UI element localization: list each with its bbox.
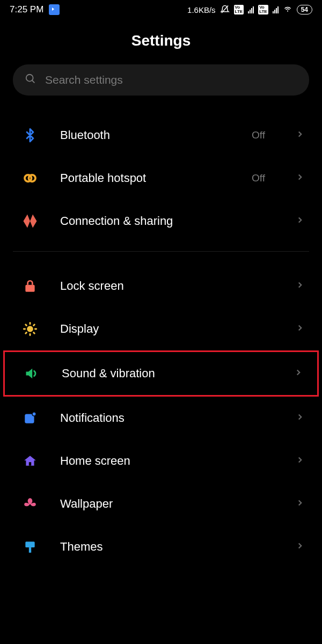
item-label: Portable hotspot [60, 171, 230, 185]
chevron-right-icon [295, 280, 305, 292]
item-label: Connection & sharing [60, 214, 274, 228]
status-right: 1.6KB/s VoLTE VoLTE 54 [187, 5, 312, 14]
lock-icon [21, 277, 39, 295]
status-left: 7:25 PM [10, 4, 60, 15]
search-icon [25, 73, 36, 87]
status-time: 7:25 PM [10, 4, 43, 15]
sound-icon [23, 365, 40, 382]
svg-point-17 [33, 413, 36, 416]
settings-item-connection[interactable]: Connection & sharing [0, 200, 322, 243]
wifi-icon [283, 5, 292, 14]
chevron-right-icon [295, 323, 305, 335]
item-status: Off [252, 129, 265, 141]
settings-item-bluetooth[interactable]: Bluetooth Off [0, 114, 322, 157]
item-label: Themes [60, 540, 274, 554]
brush-icon [21, 538, 39, 555]
bluetooth-icon [21, 127, 39, 144]
item-label: Home screen [60, 454, 274, 468]
data-rate: 1.6KB/s [187, 5, 216, 14]
divider [13, 251, 309, 252]
settings-item-notifications[interactable]: Notifications [0, 397, 322, 440]
svg-rect-5 [25, 285, 34, 292]
mute-icon [220, 5, 230, 14]
search-input[interactable]: Search settings [13, 64, 309, 96]
item-status: Off [252, 172, 265, 184]
svg-line-11 [26, 325, 27, 326]
settings-item-wallpaper[interactable]: Wallpaper [0, 482, 322, 525]
volte-badge-2: VoLTE [258, 5, 268, 14]
signal-icon-1 [248, 6, 254, 13]
settings-list: Bluetooth Off Portable hotspot Off Conne… [0, 114, 322, 568]
chevron-right-icon [295, 129, 305, 141]
chevron-right-icon [294, 368, 303, 379]
flower-icon [21, 495, 39, 513]
item-label: Wallpaper [60, 497, 274, 511]
chevron-right-icon [295, 172, 305, 184]
home-icon [21, 452, 39, 470]
battery-indicator: 54 [297, 5, 312, 14]
svg-point-1 [26, 75, 33, 82]
settings-item-sound[interactable]: Sound & vibration [3, 350, 319, 397]
svg-line-14 [34, 325, 35, 326]
svg-rect-20 [29, 547, 31, 553]
hotspot-icon [21, 170, 39, 187]
chevron-right-icon [295, 412, 305, 424]
sun-icon [21, 320, 39, 338]
settings-item-lockscreen[interactable]: Lock screen [0, 265, 322, 308]
page-title: Settings [0, 19, 322, 64]
chevron-right-icon [295, 498, 305, 510]
notifications-icon [21, 409, 39, 427]
settings-item-display[interactable]: Display [0, 308, 322, 350]
search-placeholder: Search settings [45, 74, 123, 86]
svg-line-13 [26, 333, 27, 334]
item-label: Lock screen [60, 279, 274, 293]
chevron-right-icon [295, 541, 305, 553]
item-label: Sound & vibration [62, 367, 272, 380]
item-label: Display [60, 322, 274, 336]
files-app-icon [49, 4, 60, 15]
svg-rect-19 [25, 541, 34, 547]
volte-badge-1: VoLTE [234, 5, 244, 14]
settings-item-hotspot[interactable]: Portable hotspot Off [0, 157, 322, 200]
settings-item-themes[interactable]: Themes [0, 525, 322, 568]
chevron-right-icon [295, 455, 305, 467]
signal-icon-2 [273, 6, 279, 13]
svg-line-12 [34, 333, 35, 334]
item-label: Bluetooth [60, 128, 230, 142]
chevron-right-icon [295, 215, 305, 227]
settings-item-homescreen[interactable]: Home screen [0, 440, 322, 482]
svg-point-6 [27, 326, 33, 332]
svg-line-2 [32, 80, 35, 83]
svg-rect-18 [29, 462, 31, 466]
share-icon [21, 213, 39, 230]
status-bar: 7:25 PM 1.6KB/s VoLTE VoLTE 54 [0, 0, 322, 19]
item-label: Notifications [60, 411, 274, 425]
